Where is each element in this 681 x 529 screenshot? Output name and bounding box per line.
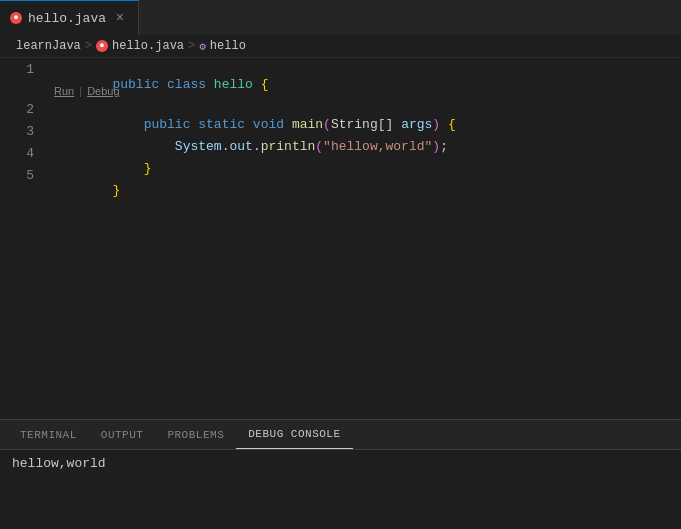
- tab-filename: hello.java: [28, 11, 106, 26]
- t-close-brace-outer: }: [112, 183, 120, 198]
- run-link[interactable]: Run: [54, 85, 74, 97]
- code-container: 1 public class hello { Run | Debug 2 pub…: [0, 58, 681, 194]
- tab-debug-console[interactable]: DEBUG CONSOLE: [236, 420, 352, 449]
- tab-hello-java[interactable]: ● hello.java ×: [0, 0, 139, 35]
- tab-problems[interactable]: PROBLEMS: [155, 420, 236, 449]
- breadcrumb-symbol-icon: ⚙: [199, 40, 206, 53]
- tab-close-button[interactable]: ×: [112, 10, 128, 26]
- panel-tabs: TERMINAL OUTPUT PROBLEMS DEBUG CONSOLE: [0, 420, 681, 450]
- tab-output[interactable]: OUTPUT: [89, 420, 156, 449]
- line-number-5: 5: [0, 168, 50, 183]
- code-line-3: 3 System.out.println("hellow,world");: [0, 124, 681, 146]
- breadcrumb-error-icon: ●: [96, 40, 108, 52]
- breadcrumb-class[interactable]: hello: [210, 39, 246, 53]
- line-content-5: }: [50, 168, 120, 213]
- breadcrumb-learnjava[interactable]: learnJava: [16, 39, 81, 53]
- bottom-panel: TERMINAL OUTPUT PROBLEMS DEBUG CONSOLE h…: [0, 419, 681, 529]
- breadcrumb-file[interactable]: hello.java: [112, 39, 184, 53]
- breadcrumb-sep-2: >: [188, 39, 195, 53]
- tab-terminal[interactable]: TERMINAL: [8, 420, 89, 449]
- tab-bar: ● hello.java ×: [0, 0, 681, 35]
- line-number-1: 1: [0, 62, 50, 77]
- run-debug-hint: Run | Debug: [50, 84, 681, 102]
- line-number-4: 4: [0, 146, 50, 161]
- code-line-5: 5 }: [0, 168, 681, 190]
- line-number-3: 3: [0, 124, 50, 139]
- line-number-2: 2: [0, 102, 50, 117]
- breadcrumb-sep-1: >: [85, 39, 92, 53]
- debug-link[interactable]: Debug: [87, 85, 119, 97]
- code-line-4: 4 }: [0, 146, 681, 168]
- hint-separator: |: [79, 85, 82, 97]
- code-line-1: 1 public class hello {: [0, 62, 681, 84]
- breadcrumb: learnJava > ● hello.java > ⚙ hello: [0, 35, 681, 58]
- tab-error-indicator: ●: [10, 12, 22, 24]
- editor-area[interactable]: 1 public class hello { Run | Debug 2 pub…: [0, 58, 681, 419]
- code-line-2: 2 public static void main(String[] args)…: [0, 102, 681, 124]
- panel-content: hellow,world: [0, 450, 681, 529]
- debug-output-line: hellow,world: [12, 456, 669, 471]
